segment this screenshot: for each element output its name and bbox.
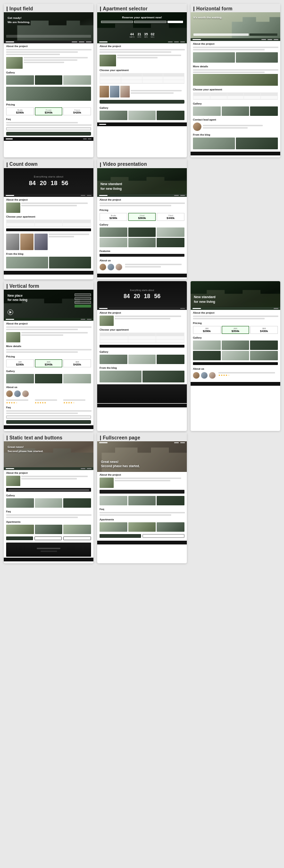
submit-vf[interactable] [6,420,91,424]
gallery-h [191,105,280,117]
spacer-row4 [191,433,280,563]
gallery-v [97,227,187,248]
label-video-presentation: Video presentation [97,159,187,168]
hero-title-fullscreen: Great news!Second phase has started. [101,460,140,468]
card-horizontal-form: Horizontal form It's worth the waiting. [191,4,280,157]
footer-nav [4,137,93,141]
star-rows-vf [4,398,93,405]
gallery-title: Gallery [4,70,93,74]
st-dark-bottom [6,543,91,557]
footer-v [97,274,187,277]
pricing-vf-title: Pricing [4,354,93,358]
about-st-title: About the project [4,470,93,475]
hero-static: Great news!Second phase has started. [4,441,93,467]
cdp-cta[interactable] [100,345,184,348]
apartment-table [100,73,184,84]
fs-buttons [97,533,187,539]
more-vf-title: More details [4,343,93,348]
preview-fullscreen: Great news!Second phase has started. Abo… [97,441,187,546]
card-static-text: Static text and buttons Great news!Secon… [4,433,93,563]
gallery-vf-title: Gallery [4,368,93,373]
card-video-presentation: Video presentation New standardfor new l… [97,159,187,279]
label-static-text: Static text and buttons [4,433,93,441]
footer-vf [4,425,93,429]
agent-h [191,122,280,132]
gallery-h-title: Gallery [191,101,280,105]
cd-table [6,219,91,227]
preview-video-page: New standardfor new living About the pro… [191,281,280,388]
vp-features-cta[interactable] [193,362,278,365]
blog-h-title: From the blog [191,132,280,137]
footer-fs [97,541,187,544]
preview-input-field: Get ready!We are finishing. About the pr… [4,12,93,143]
cd-cta[interactable] [6,228,91,231]
faq-fs-title: Faq [97,506,187,511]
label-countdown: Count down [4,159,93,168]
more-details-title: More details [191,64,280,68]
about-cd-title: About the project [4,197,93,202]
card-vertical-form: Vertical form New placefor new living [4,281,93,431]
hero-vp: New standardfor new living [191,281,280,307]
countdown-numbers: 84 : 20 : 18 : 56 [29,179,68,187]
pricing-v-title: Pricing [97,207,187,212]
card-countdown: Count down Everything starts about 84 : … [4,159,93,279]
hero-title-static: Great news!Second phase has started. [8,445,43,453]
pricing-vp-title: Pricing [191,320,280,325]
choose-cdp-title: Choose your apartment [97,327,187,332]
card-fullscreen: Fullscreen page Great news!Second phase … [97,433,187,563]
blog-cd [4,256,93,269]
card-input-field: Input field Get ready!We are finishing. [4,4,93,157]
hero-input-field: Get ready!We are finishing. [4,12,93,41]
cdp-dark-section [97,384,187,403]
spacer-row2 [191,159,280,279]
st-btn3[interactable] [63,536,91,540]
about-vf-title: About the project [4,321,93,325]
faq-st-title: Faq [4,509,93,513]
fs-btn2[interactable] [142,534,185,538]
features-cta[interactable] [100,254,184,257]
card-apartment-selector: Apartment selector Reserve your apartmen… [97,4,187,157]
about-fs-title: About the project [97,472,187,477]
card-countdown-page: Everything starts about 84 : 20 : 18 : 5… [97,281,187,431]
reserve-button[interactable] [100,100,184,104]
contact-agent-title: Contact lead agent [191,117,280,122]
st-btn2[interactable] [34,536,62,540]
hero-fullscreen: Great news!Second phase has started. [97,441,187,472]
avatars-vp [191,371,280,380]
gallery-cdp-title: Gallery [97,349,187,354]
footer-h [191,152,280,155]
st-btn1[interactable] [6,536,33,540]
faq-vf-title: Faq [4,405,93,409]
blog-h [191,137,280,150]
about-apt-title: About the project [97,43,187,48]
hero-countdown: Everything starts about 84 : 20 : 18 : 5… [4,168,93,194]
label-apartment-selector: Apartment selector [97,4,187,12]
big-gallery-image [6,87,91,101]
gallery-cdp [97,354,187,365]
hero-apartment: Reserve your apartment now! 44DAYS 21HRS… [97,12,187,41]
about-cdp-title: About the project [97,310,187,315]
countdown-subtitle: Everything starts about [34,175,64,178]
aboutus-vf-title: About us [4,384,93,389]
hero-video: New standardfor new living [97,168,187,194]
fs-btn1[interactable] [100,534,141,538]
play-button[interactable] [8,309,13,315]
gallery-vp [191,340,280,361]
aboutus-vp-title: About us [191,366,280,371]
email-input[interactable] [6,127,91,130]
about-v-title: About the project [97,197,187,202]
countdown-mins: 18 [50,179,57,187]
about-h-title: About the project [191,41,280,46]
label-horizontal-form: Horizontal form [191,4,280,12]
submit-button[interactable] [6,132,91,136]
footer-cdp [97,404,187,407]
gallery-vf [4,373,93,384]
preview-apartment-selector: Reserve your apartment now! 44DAYS 21HRS… [97,12,187,128]
apartments-fs-title: Apartments [97,517,187,521]
gallery-apt-title: Gallery [97,105,187,110]
st-cta-band [6,488,91,492]
hero-vf: New placefor new living [4,290,93,318]
contact-input-vf[interactable] [6,415,91,419]
blog-cdp [97,370,187,383]
hero-title-vp: New standardfor new living [194,295,216,304]
